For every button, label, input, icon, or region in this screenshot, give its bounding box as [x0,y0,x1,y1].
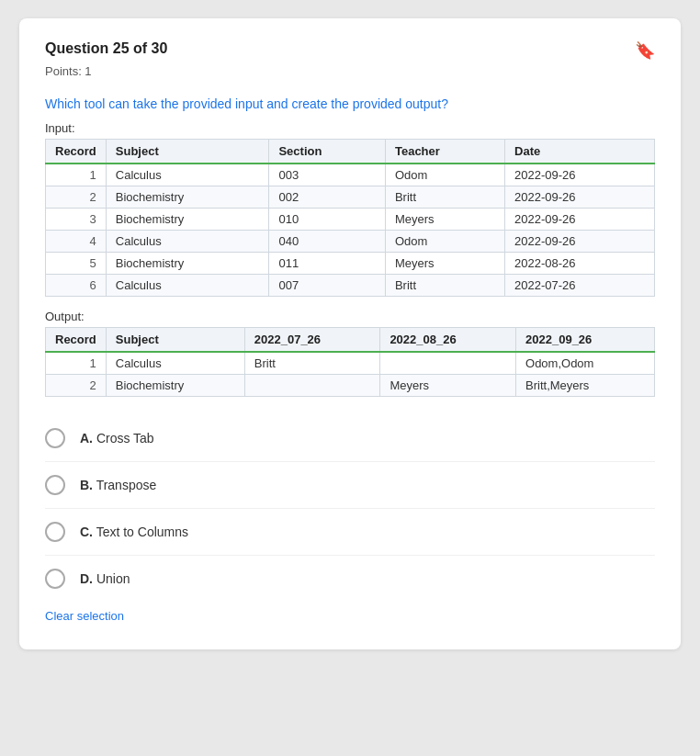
table-row: 6Calculus007Britt2022-07-26 [46,275,655,297]
radio-a[interactable] [45,428,65,448]
radio-c[interactable] [45,522,65,542]
question-header: Question 25 of 30 🔖 [45,40,655,61]
clear-selection-button[interactable]: Clear selection [45,609,124,623]
option-label-d: D. Union [80,571,130,586]
input-col-teacher: Teacher [385,140,504,164]
option-label-c: C. Text to Columns [80,525,188,539]
table-row: 5Biochemistry011Meyers2022-08-26 [46,253,655,275]
table-row: 2BiochemistryMeyersBritt,Meyers [46,375,655,397]
bookmark-icon[interactable]: 🔖 [635,40,655,61]
table-row: 1CalculusBrittOdom,Odom [46,352,655,375]
option-b[interactable]: B. Transpose [45,462,655,509]
output-col-subject: Subject [106,328,244,353]
input-table-header-row: Record Subject Section Teacher Date [46,140,655,164]
output-table-header-row: Record Subject 2022_07_26 2022_08_26 202… [46,328,655,353]
option-a[interactable]: A. Cross Tab [45,415,655,462]
radio-d[interactable] [45,569,65,589]
input-label: Input: [45,121,655,135]
input-col-section: Section [269,140,386,164]
question-title: Question 25 of 30 [45,40,167,57]
question-card: Question 25 of 30 🔖 Points: 1 Which tool… [19,18,681,649]
question-text: Which tool can take the provided input a… [45,95,655,114]
table-row: 4Calculus040Odom2022-09-26 [46,231,655,253]
question-text-content: Which tool can take the provided input a… [45,96,448,111]
output-label: Output: [45,310,655,323]
table-row: 3Biochemistry010Meyers2022-09-26 [46,209,655,231]
table-row: 2Biochemistry002Britt2022-09-26 [46,186,655,209]
output-col-record: Record [46,328,107,353]
option-c[interactable]: C. Text to Columns [45,509,655,556]
output-col-2022-08-26: 2022_08_26 [380,328,516,353]
option-label-b: B. Transpose [80,478,156,492]
output-col-2022-07-26: 2022_07_26 [244,328,380,353]
input-table: Record Subject Section Teacher Date 1Cal… [45,139,655,297]
input-col-record: Record [46,140,107,164]
table-row: 1Calculus003Odom2022-09-26 [46,164,655,186]
input-col-date: Date [505,140,655,164]
input-col-subject: Subject [106,140,269,164]
radio-b[interactable] [45,475,65,495]
option-d[interactable]: D. Union [45,556,655,602]
option-label-a: A. Cross Tab [80,431,154,446]
points-label: Points: 1 [45,64,655,78]
output-col-2022-09-26: 2022_09_26 [516,328,655,353]
output-table: Record Subject 2022_07_26 2022_08_26 202… [45,327,655,397]
options-container: A. Cross TabB. TransposeC. Text to Colum… [45,415,655,602]
